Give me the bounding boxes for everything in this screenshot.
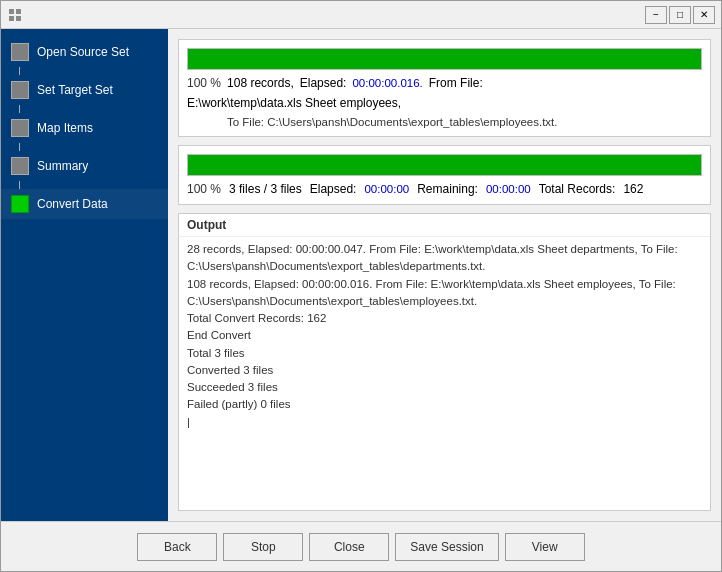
back-button[interactable]: Back [137,533,217,561]
output-line-5: Converted 3 files [187,362,702,379]
progress-elapsed-label-2: Elapsed: [310,182,357,196]
title-bar-left [7,7,23,23]
step-icon-convert-data [11,195,29,213]
sidebar-label-map-items: Map Items [37,121,93,135]
output-cursor-line [187,414,702,431]
progress-from-file-1: E:\work\temp\data.xls Sheet employees, [187,96,401,110]
main-area: 100 % 108 records, Elapsed: 00:00:00.016… [168,29,721,521]
title-bar: − □ ✕ [1,1,721,29]
progress-elapsed-label-1: Elapsed: [300,76,347,90]
progress-to-file-1: C:\Users\pansh\Documents\export_tables\e… [267,116,557,128]
progress-elapsed-time-1: 00:00:00.016. [352,77,422,89]
sidebar-item-convert-data[interactable]: Convert Data [1,189,168,219]
output-line-1: 108 records, Elapsed: 00:00:00.016. From… [187,276,702,311]
progress-to-1: To File: C:\Users\pansh\Documents\export… [187,116,702,128]
svg-rect-3 [16,16,21,21]
output-label: Output [179,214,710,237]
sidebar-label-summary: Summary [37,159,88,173]
progress-info-1: 100 % 108 records, Elapsed: 00:00:00.016… [187,76,702,110]
progress-bar-2 [187,154,702,176]
step-icon-map-items [11,119,29,137]
bottom-bar: Back Stop Close Save Session View [1,521,721,571]
connector-4 [19,181,20,189]
progress-bar-fill-1 [188,49,701,69]
svg-rect-1 [16,9,21,14]
sidebar-item-summary[interactable]: Summary [1,151,168,181]
output-line-0: 28 records, Elapsed: 00:00:00.047. From … [187,241,702,276]
svg-rect-0 [9,9,14,14]
progress-section-1: 100 % 108 records, Elapsed: 00:00:00.016… [178,39,711,137]
sidebar-item-map-items[interactable]: Map Items [1,113,168,143]
sidebar-label-set-target-set: Set Target Set [37,83,113,97]
progress-bar-fill-2 [188,155,701,175]
stop-button[interactable]: Stop [223,533,303,561]
maximize-button[interactable]: □ [669,6,691,24]
output-line-3: End Convert [187,327,702,344]
progress-files-2: 3 files / 3 files [229,182,302,196]
progress-to-label-1: To File: [227,116,264,128]
output-text-area[interactable]: 28 records, Elapsed: 00:00:00.047. From … [179,237,710,510]
sidebar-label-convert-data: Convert Data [37,197,108,211]
step-icon-set-target-set [11,81,29,99]
progress-percent-1: 100 % [187,76,221,90]
progress-bar-1 [187,48,702,70]
close-button[interactable]: ✕ [693,6,715,24]
progress-remaining-time-2: 00:00:00 [486,183,531,195]
progress-percent-2: 100 % [187,182,221,196]
main-window: − □ ✕ Open Source Set Set Target Set Map… [0,0,722,572]
app-icon [7,7,23,23]
svg-rect-2 [9,16,14,21]
output-section: Output 28 records, Elapsed: 00:00:00.047… [178,213,711,511]
sidebar: Open Source Set Set Target Set Map Items… [1,29,168,521]
view-button[interactable]: View [505,533,585,561]
progress-elapsed-time-2: 00:00:00 [364,183,409,195]
step-icon-open-source-set [11,43,29,61]
connector-1 [19,67,20,75]
step-icon-summary [11,157,29,175]
sidebar-label-open-source-set: Open Source Set [37,45,129,59]
close-button-bottom[interactable]: Close [309,533,389,561]
progress-section-2: 100 % 3 files / 3 files Elapsed: 00:00:0… [178,145,711,205]
output-line-2: Total Convert Records: 162 [187,310,702,327]
output-line-7: Failed (partly) 0 files [187,396,702,413]
connector-3 [19,143,20,151]
output-line-4: Total 3 files [187,345,702,362]
progress-total-records-2: 162 [623,182,643,196]
sidebar-item-open-source-set[interactable]: Open Source Set [1,37,168,67]
output-line-6: Succeeded 3 files [187,379,702,396]
progress-remaining-label-2: Remaining: [417,182,478,196]
connector-2 [19,105,20,113]
progress-info-2: 100 % 3 files / 3 files Elapsed: 00:00:0… [187,182,702,196]
sidebar-item-set-target-set[interactable]: Set Target Set [1,75,168,105]
progress-records-1: 108 records, [227,76,294,90]
content-area: Open Source Set Set Target Set Map Items… [1,29,721,521]
save-session-button[interactable]: Save Session [395,533,498,561]
progress-from-label-1: From File: [429,76,483,90]
minimize-button[interactable]: − [645,6,667,24]
title-bar-controls: − □ ✕ [645,6,715,24]
progress-total-label-2: Total Records: [539,182,616,196]
